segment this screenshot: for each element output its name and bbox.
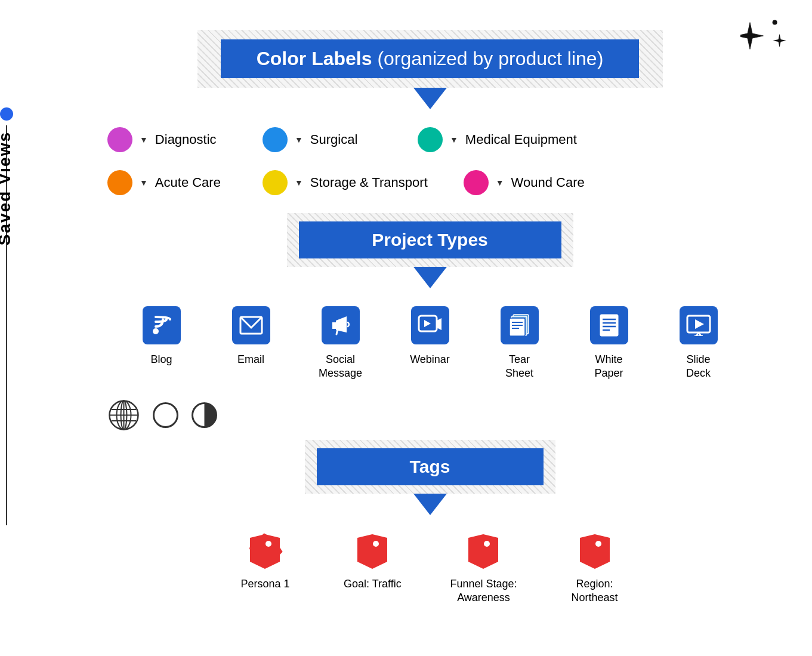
project-icon-slide-deck[interactable]: SlideDeck xyxy=(672,306,725,381)
video-icon xyxy=(411,306,449,344)
project-icon-webinar[interactable]: Webinar xyxy=(403,306,457,367)
social-message-label: SocialMessage xyxy=(319,353,362,381)
project-icon-email[interactable]: Email xyxy=(224,306,278,367)
svg-point-29 xyxy=(154,403,178,427)
color-labels-arrow-down xyxy=(413,88,447,109)
svg-point-31 xyxy=(265,541,271,547)
project-types-banner: Project Types xyxy=(299,221,561,258)
diagnostic-label: Diagnostic xyxy=(155,132,217,147)
email-icon xyxy=(232,306,270,344)
megaphone-icon xyxy=(322,306,360,344)
tear-sheet-label: TearSheet xyxy=(505,353,533,381)
storage-transport-arrow: ▼ xyxy=(295,178,303,187)
tags-arrow-down xyxy=(413,494,447,515)
svg-rect-12 xyxy=(600,315,618,336)
persona1-label: Persona 1 xyxy=(240,577,289,591)
tag-region-northeast[interactable]: Region:Northeast xyxy=(565,533,625,605)
project-icon-tear-sheet[interactable]: TearSheet xyxy=(493,306,547,381)
sparkle-decoration xyxy=(740,12,788,62)
color-labels-arrow xyxy=(197,88,663,109)
funnel-stage-label: Funnel Stage:Awareness xyxy=(450,577,517,605)
saved-views-text-wrapper: Saved Views xyxy=(0,131,14,245)
tag-funnel-stage-icon xyxy=(465,533,501,569)
tags-title: Tags xyxy=(410,457,450,476)
svg-rect-8 xyxy=(510,318,525,336)
svg-point-34 xyxy=(595,541,601,547)
project-types-section: Project Types xyxy=(72,213,788,381)
surgical-dot xyxy=(263,127,288,152)
medical-equipment-label: Medical Equipment xyxy=(465,132,577,147)
blog-label: Blog xyxy=(150,353,172,367)
color-labels-banner-wrapper: Color Labels (organized by product line) xyxy=(197,30,663,88)
globe-row xyxy=(72,399,788,434)
color-label-diagnostic[interactable]: ▼ Diagnostic xyxy=(107,127,227,152)
project-types-title: Project Types xyxy=(372,230,488,250)
svg-point-33 xyxy=(484,541,490,547)
color-label-wound-care[interactable]: ▼ Wound Care xyxy=(464,170,585,195)
circle-empty-icon xyxy=(152,402,179,431)
acute-care-dot xyxy=(107,170,132,195)
tag-goal-traffic-icon xyxy=(354,533,390,569)
diagnostic-dot xyxy=(107,127,132,152)
tag-goal-traffic[interactable]: Goal: Traffic xyxy=(342,533,402,591)
content-area: Color Labels (organized by product line)… xyxy=(48,18,812,617)
tags-banner-wrapper: Tags xyxy=(305,440,555,515)
storage-transport-label: Storage & Transport xyxy=(310,175,428,190)
project-types-banner-wrapper: Project Types xyxy=(287,213,573,288)
color-labels-row-1: ▼ Diagnostic ▼ Surgical ▼ Medical Equipm… xyxy=(107,127,788,152)
slidedeck-icon xyxy=(680,306,718,344)
color-labels-title: Color Labels (organized by product line) xyxy=(257,48,604,69)
email-label: Email xyxy=(237,353,264,367)
diagnostic-arrow: ▼ xyxy=(140,135,148,144)
project-icon-white-paper[interactable]: WhitePaper xyxy=(582,306,636,381)
medical-equipment-arrow: ▼ xyxy=(450,135,458,144)
surgical-arrow: ▼ xyxy=(295,135,303,144)
tag-persona1-icon xyxy=(247,533,283,569)
color-label-surgical[interactable]: ▼ Surgical xyxy=(263,127,382,152)
acute-care-label: Acute Care xyxy=(155,175,221,190)
color-labels-banner-bg: Color Labels (organized by product line) xyxy=(197,30,663,88)
color-label-medical-equipment[interactable]: ▼ Medical Equipment xyxy=(418,127,577,152)
svg-marker-5 xyxy=(424,320,431,327)
tag-persona-1[interactable]: Persona 1 xyxy=(235,533,295,591)
wound-care-arrow: ▼ xyxy=(496,178,504,187)
medical-equipment-dot xyxy=(418,127,443,152)
tags-banner: Tags xyxy=(317,448,544,485)
project-icon-blog[interactable]: Blog xyxy=(135,306,189,367)
slide-deck-label: SlideDeck xyxy=(686,353,711,381)
svg-point-0 xyxy=(773,20,777,25)
wound-care-dot xyxy=(464,170,489,195)
tearsheet-icon xyxy=(501,306,539,344)
color-labels-row-2: ▼ Acute Care ▼ Storage & Transport ▼ Wou… xyxy=(107,170,788,195)
svg-point-1 xyxy=(153,328,159,334)
color-labels-section: ▼ Diagnostic ▼ Surgical ▼ Medical Equipm… xyxy=(72,127,788,195)
tags-section: Tags Persona 1 xyxy=(72,440,788,605)
color-label-acute-care[interactable]: ▼ Acute Care xyxy=(107,170,227,195)
svg-point-32 xyxy=(373,541,379,547)
svg-line-3 xyxy=(336,329,338,334)
webinar-label: Webinar xyxy=(410,353,450,367)
project-icons-row: Blog Email xyxy=(72,306,788,381)
goal-traffic-label: Goal: Traffic xyxy=(344,577,402,591)
main-container: Saved Views Color Labels (organized by p… xyxy=(0,0,812,656)
project-icon-social-message[interactable]: SocialMessage xyxy=(314,306,368,381)
acute-care-arrow: ▼ xyxy=(140,178,148,187)
surgical-label: Surgical xyxy=(310,132,357,147)
circle-half-icon xyxy=(191,402,218,431)
tags-icons-row: Persona 1 Goal: Traffic Funnel Stage:Awa… xyxy=(72,533,788,605)
wound-care-label: Wound Care xyxy=(511,175,585,190)
tag-funnel-stage[interactable]: Funnel Stage:Awareness xyxy=(450,533,517,605)
storage-transport-dot xyxy=(263,170,288,195)
saved-views-text: Saved Views xyxy=(0,131,14,245)
tags-banner-bg: Tags xyxy=(305,440,555,494)
tag-region-northeast-icon xyxy=(577,533,613,569)
color-label-storage-transport[interactable]: ▼ Storage & Transport xyxy=(263,170,428,195)
saved-views-dot xyxy=(0,107,13,121)
project-types-arrow-down xyxy=(413,267,447,288)
globe-striped-icon xyxy=(107,399,140,434)
svg-marker-18 xyxy=(695,319,704,329)
rss-icon xyxy=(143,306,181,344)
color-labels-banner: Color Labels (organized by product line) xyxy=(221,39,640,78)
whitepaper-icon xyxy=(590,306,628,344)
region-northeast-label: Region:Northeast xyxy=(572,577,618,605)
